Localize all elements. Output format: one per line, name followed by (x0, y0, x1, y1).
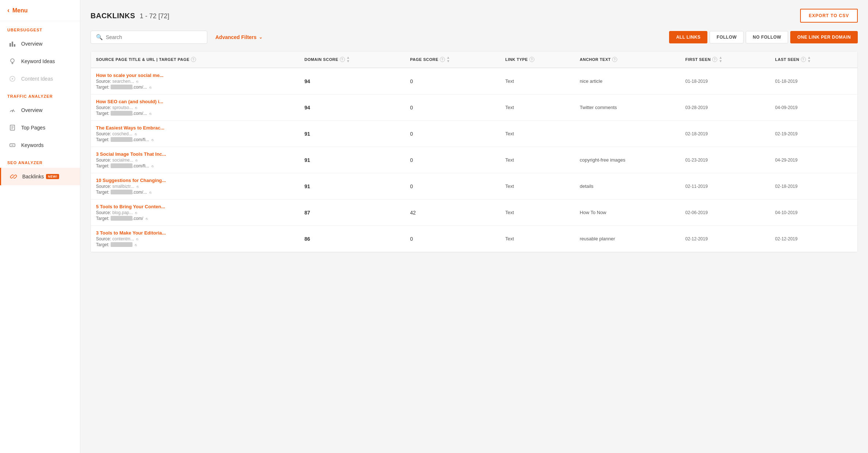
last-seen-value: 04-09-2019 (775, 105, 798, 110)
col-source: SOURCE PAGE TITLE & URL | TARGET PAGE ? (91, 51, 299, 68)
svg-point-3 (11, 59, 14, 62)
anchor-text-value: nice article (580, 78, 602, 84)
sidebar-item-label: Overview (21, 107, 42, 113)
source-title[interactable]: 3 Tools to Make Your Editoria... (96, 230, 294, 236)
table-row: How SEO can (and should) i... Source: sp… (91, 94, 857, 121)
page-score-cell: 0 (405, 121, 500, 147)
target-meta: Target: .com/fi... ⎋ (96, 163, 294, 169)
sidebar-item-overview-traffic[interactable]: Overview (0, 101, 80, 119)
link-type-cell: Text (500, 147, 575, 173)
page-score-sort-icon[interactable]: ▲▼ (446, 56, 450, 63)
sidebar-item-top-pages[interactable]: Top Pages (0, 119, 80, 136)
anchor-text-help-icon[interactable]: ? (612, 57, 617, 62)
domain-score-value: 86 (304, 236, 310, 242)
menu-button[interactable]: ‹ Menu (0, 0, 80, 21)
source-title[interactable]: 5 Tools to Bring Your Conten... (96, 204, 294, 209)
link-type-value: Text (505, 157, 514, 163)
first-seen-value: 02-06-2019 (685, 210, 707, 215)
source-title[interactable]: How SEO can (and should) i... (96, 99, 294, 104)
last-seen-cell: 04-09-2019 (770, 94, 857, 121)
source-external-icon[interactable]: ⎋ (135, 158, 138, 162)
first-seen-value: 01-18-2019 (685, 79, 707, 84)
target-external-icon[interactable]: ⎋ (151, 138, 154, 142)
link-type-cell: Text (500, 121, 575, 147)
page-score-cell: 0 (405, 68, 500, 94)
source-external-icon[interactable]: ⎋ (135, 211, 137, 215)
first-seen-value: 01-23-2019 (685, 158, 707, 163)
last-seen-cell: 02-19-2019 (770, 121, 857, 147)
page-score-help-icon[interactable]: ? (440, 57, 445, 62)
gauge-icon (7, 105, 18, 115)
source-external-icon[interactable]: ⎋ (137, 185, 139, 189)
last-seen-sort-icon[interactable]: ▲▼ (807, 56, 811, 63)
link-type-cell: Text (500, 94, 575, 121)
no-follow-button[interactable]: NO FOLLOW (746, 31, 788, 43)
advanced-filters-button[interactable]: Advanced Filters ⌄ (212, 31, 266, 43)
page-score-value: 0 (410, 131, 413, 137)
domain-score-value: 91 (304, 157, 310, 163)
search-box: 🔍 (91, 31, 207, 44)
content-icon (7, 74, 18, 84)
source-external-icon[interactable]: ⎋ (135, 106, 137, 110)
first-seen-value: 03-28-2019 (685, 105, 707, 110)
one-link-per-domain-button[interactable]: ONE LINK PER DOMAIN (790, 31, 858, 43)
chevron-left-icon: ‹ (7, 7, 9, 14)
anchor-text-value: Twitter comments (580, 105, 617, 110)
source-title[interactable]: 10 Suggestions for Changing... (96, 178, 294, 183)
lightbulb-icon (7, 56, 18, 66)
table-row: How to scale your social me... Source: s… (91, 68, 857, 94)
source-meta: Source: sproutso... ⎋ (96, 105, 294, 110)
target-external-icon[interactable]: ⎋ (149, 190, 151, 194)
source-cell: 10 Suggestions for Changing... Source: s… (91, 173, 299, 200)
last-seen-cell: 02-12-2019 (770, 226, 857, 252)
bar-chart-icon (7, 39, 18, 49)
source-external-icon[interactable]: ⎋ (136, 80, 138, 84)
domain-score-cell: 91 (299, 173, 405, 200)
source-help-icon[interactable]: ? (191, 57, 196, 62)
source-title[interactable]: The Easiest Ways to Embrac... (96, 125, 294, 131)
sidebar-item-overview-seo[interactable]: Overview (0, 35, 80, 53)
sidebar-item-keyword-ideas[interactable]: Keyword Ideas (0, 53, 80, 70)
source-title[interactable]: How to scale your social me... (96, 73, 294, 78)
main-content: BACKLINKS 1 - 72 [72] EXPORT TO CSV 🔍 Ad… (80, 0, 868, 453)
domain-score-value: 91 (304, 183, 310, 189)
target-external-icon[interactable]: ⎋ (149, 85, 151, 89)
page-score-value: 42 (410, 210, 416, 216)
source-title[interactable]: 3 Social Image Tools That Inc... (96, 151, 294, 157)
sidebar-item-content-ideas[interactable]: Content Ideas (0, 70, 80, 88)
all-links-button[interactable]: ALL LINKS (669, 31, 707, 43)
blurred-target (111, 163, 132, 168)
first-seen-help-icon[interactable]: ? (712, 57, 717, 62)
link-type-value: Text (505, 78, 514, 84)
first-seen-sort-icon[interactable]: ▲▼ (719, 56, 722, 63)
blurred-target (111, 111, 132, 116)
sidebar-item-backlinks[interactable]: Backlinks NEW! (0, 168, 80, 185)
table-row: The Easiest Ways to Embrac... Source: co… (91, 121, 857, 147)
link-type-cell: Text (500, 173, 575, 200)
target-external-icon[interactable]: ⎋ (135, 243, 137, 247)
export-csv-button[interactable]: EXPORT TO CSV (800, 9, 858, 23)
target-meta: Target: .com/ ⎋ (96, 216, 294, 221)
sidebar-item-label: Backlinks (22, 174, 44, 179)
target-meta: Target: ⎋ (96, 242, 294, 247)
first-seen-value: 02-12-2019 (685, 236, 707, 241)
anchor-text-cell: copyright-free images (575, 147, 680, 173)
target-external-icon[interactable]: ⎋ (149, 112, 151, 116)
last-seen-cell: 02-18-2019 (770, 173, 857, 200)
last-seen-help-icon[interactable]: ? (801, 57, 806, 62)
backlinks-label: BACKLINKS (91, 12, 135, 20)
target-meta: Target: .com/fi... ⎋ (96, 137, 294, 142)
search-input[interactable] (106, 34, 202, 40)
domain-score-sort-icon[interactable]: ▲▼ (346, 56, 350, 63)
target-external-icon[interactable]: ⎋ (151, 164, 154, 168)
source-external-icon[interactable]: ⎋ (135, 132, 137, 136)
link-type-help-icon[interactable]: ? (529, 57, 534, 62)
domain-score-help-icon[interactable]: ? (340, 57, 345, 62)
link-type-value: Text (505, 105, 514, 110)
sidebar-item-keywords[interactable]: Keywords (0, 136, 80, 154)
table-row: 5 Tools to Bring Your Conten... Source: … (91, 200, 857, 226)
domain-score-value: 94 (304, 105, 310, 111)
target-external-icon[interactable]: ⎋ (146, 217, 148, 221)
source-external-icon[interactable]: ⎋ (136, 237, 138, 241)
follow-button[interactable]: FOLLOW (710, 31, 744, 43)
